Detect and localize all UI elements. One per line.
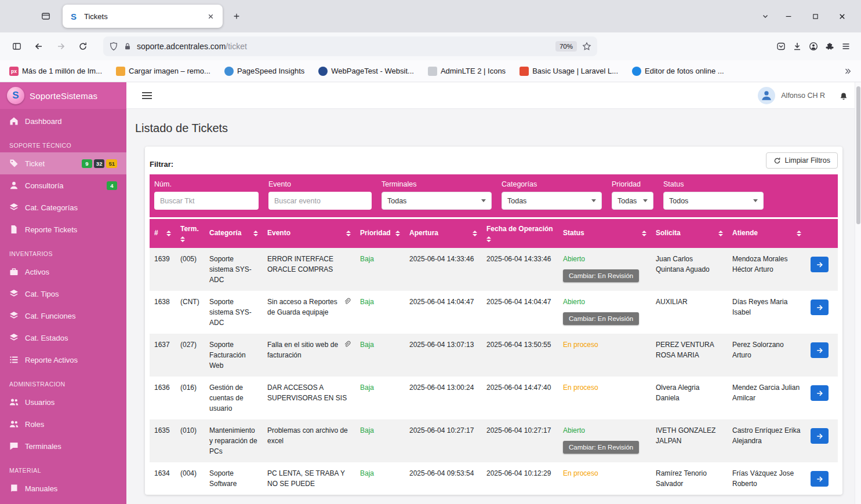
- avatar[interactable]: [758, 87, 775, 104]
- change-status-button[interactable]: Cambiar: En Revisión: [563, 269, 639, 282]
- sidebar-item-cat-categorias[interactable]: Cat. Categorías: [0, 196, 126, 218]
- change-status-button[interactable]: Cambiar: En Revisión: [563, 441, 639, 454]
- open-ticket-button[interactable]: [811, 342, 829, 358]
- account-icon[interactable]: [809, 42, 818, 51]
- downloads-icon[interactable]: [793, 42, 802, 51]
- open-ticket-button[interactable]: [811, 257, 829, 272]
- window-maximize-button[interactable]: [802, 5, 829, 27]
- app-viewport: S SoporteSistemas Dashboard SOPORTE TÉCN…: [0, 82, 861, 504]
- column-requester[interactable]: Solicita: [651, 219, 728, 248]
- status-select[interactable]: Todos: [663, 192, 764, 210]
- pocket-icon[interactable]: [776, 42, 786, 51]
- ticket-number-input[interactable]: [154, 192, 259, 210]
- ticket-opened: 2025-06-04 09:53:54: [405, 462, 482, 495]
- open-ticket-button[interactable]: [811, 471, 829, 487]
- column-opened[interactable]: Apertura: [405, 219, 482, 248]
- column-category[interactable]: Categoría: [205, 219, 263, 248]
- sidebar-item-usuarios[interactable]: Usuarios: [0, 391, 126, 413]
- reload-icon[interactable]: [73, 36, 93, 56]
- extensions-icon[interactable]: [825, 42, 834, 51]
- column-id[interactable]: #: [150, 219, 176, 248]
- zoom-level-badge[interactable]: 70%: [555, 41, 577, 52]
- user-name[interactable]: Alfonso CH R: [781, 92, 825, 100]
- ticket-operation-date: 2025-06-04 14:04:47: [482, 291, 558, 334]
- sidebar-item-reporte-activos[interactable]: Reporte Activos: [0, 349, 126, 371]
- scrollbar-thumb[interactable]: [856, 86, 860, 224]
- webpagetest-favicon: [318, 67, 328, 76]
- column-priority[interactable]: Prioridad: [355, 219, 405, 248]
- sidebar-item-activos[interactable]: Activos: [0, 261, 126, 283]
- sidebar-item-dashboard[interactable]: Dashboard: [0, 110, 126, 132]
- ticket-requester: Ramírez Tenorio Salvador: [651, 462, 728, 495]
- notifications-bell-icon[interactable]: [839, 91, 848, 100]
- tab-close-icon[interactable]: [204, 10, 217, 23]
- open-ticket-button[interactable]: [811, 385, 829, 401]
- event-search-input[interactable]: [268, 192, 372, 210]
- sidebar-item-reporte-tickets[interactable]: Reporte Tickets: [0, 218, 126, 240]
- column-status[interactable]: Status: [558, 219, 651, 248]
- tracking-shield-icon[interactable]: [109, 42, 118, 51]
- bookmark-editor-fotos[interactable]: Editor de fotos online ...: [632, 67, 724, 76]
- list-tabs-icon[interactable]: [755, 6, 775, 26]
- bookmark-cargar-imagen[interactable]: Cargar imagen – remo...: [116, 67, 210, 76]
- sidebar-item-cat-funciones[interactable]: Cat. Funciones: [0, 305, 126, 327]
- sort-icon: [346, 231, 351, 236]
- main-area: Alfonso CH R Listado de Tickets Filtrar:…: [126, 82, 861, 504]
- bookmark-webpagetest[interactable]: WebPageTest - Websit...: [318, 67, 414, 76]
- browser-tab[interactable]: S Tickets: [63, 5, 223, 28]
- tickets-card: Filtrar: Limpiar Filtros Núm. Evento Ter…: [145, 147, 842, 495]
- url-bar[interactable]: soporte.adcentrales.com/ticket 70%: [103, 36, 597, 56]
- sidebar-item-terminales[interactable]: Terminales: [0, 435, 126, 457]
- change-status-button[interactable]: Cambiar: En Revisión: [563, 312, 639, 325]
- column-assignee[interactable]: Atiende: [728, 219, 806, 248]
- hamburger-icon[interactable]: [142, 92, 152, 99]
- briefcase-icon: [9, 267, 19, 276]
- open-ticket-button[interactable]: [811, 428, 829, 444]
- column-actions: [806, 219, 838, 248]
- image-favicon: [116, 67, 125, 76]
- open-ticket-button[interactable]: [811, 300, 829, 315]
- home-icon: [9, 116, 19, 126]
- brand[interactable]: S SoporteSistemas: [0, 82, 126, 109]
- column-operation-date[interactable]: Fecha de Operación: [482, 219, 558, 248]
- sidebar-item-manuales[interactable]: Manuales: [0, 477, 126, 499]
- table-row: 1636 (016) Gestión de cuentas de usuario…: [150, 377, 838, 419]
- ticket-operation-date: 2025-06-04 14:47:40: [482, 377, 558, 419]
- bookmark-laravel[interactable]: Basic Usage | Laravel L...: [519, 67, 618, 76]
- new-tab-button[interactable]: [227, 7, 246, 25]
- list-icon: [9, 355, 19, 364]
- priority-select[interactable]: Todas: [612, 192, 653, 210]
- sort-icon: [486, 236, 491, 242]
- column-event[interactable]: Evento: [263, 219, 355, 248]
- categories-select[interactable]: Todas: [502, 192, 602, 210]
- sidebar-item-ticket[interactable]: Ticket 9 32 51: [0, 152, 126, 174]
- firefox-view-icon[interactable]: [36, 6, 56, 26]
- page-scrollbar[interactable]: [855, 82, 861, 504]
- clear-filters-button[interactable]: Limpiar Filtros: [766, 152, 838, 169]
- menu-icon[interactable]: [841, 42, 851, 51]
- forward-icon[interactable]: [51, 36, 71, 56]
- sidebar-item-cat-estados[interactable]: Cat. Estados: [0, 327, 126, 349]
- sidebar-item-roles[interactable]: Roles: [0, 413, 126, 435]
- column-terminal[interactable]: Term.: [176, 219, 205, 248]
- sidebar-item-consultoria[interactable]: Consultoría4: [0, 174, 126, 196]
- bookmark-adminlte[interactable]: AdminLTE 2 | Icons: [428, 67, 506, 76]
- bookmark-pexels[interactable]: pxMás de 1 millón de Im...: [9, 67, 102, 76]
- layers-icon: [9, 333, 19, 342]
- bookmarks-overflow-icon[interactable]: [844, 67, 852, 75]
- sidebar-item-cat-tipos[interactable]: Cat. Tipos: [0, 283, 126, 305]
- consultoria-count-badge: 4: [107, 181, 117, 190]
- window-close-button[interactable]: [829, 5, 855, 27]
- back-icon[interactable]: [29, 36, 49, 56]
- ticket-id: 1638: [150, 291, 176, 334]
- sidebar-toggle-icon[interactable]: [7, 36, 27, 56]
- lock-icon[interactable]: [123, 42, 132, 50]
- terminals-select[interactable]: Todas: [382, 192, 492, 210]
- ticket-assignee: Días Reyes Maria Isabel: [728, 291, 806, 334]
- bookmark-pagespeed[interactable]: PageSpeed Insights: [224, 67, 304, 76]
- window-minimize-button[interactable]: [775, 5, 802, 27]
- chat-icon: [9, 441, 19, 451]
- ticket-terminal: (005): [176, 248, 205, 291]
- attachment-paperclip-icon: [343, 298, 351, 305]
- bookmark-star-icon[interactable]: [582, 42, 591, 51]
